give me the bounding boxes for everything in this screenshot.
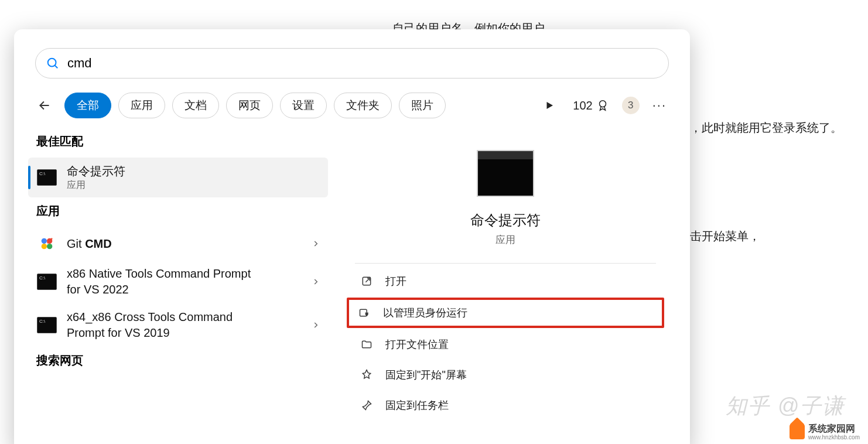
filter-row: 全部 应用 文档 网页 设置 文件夹 照片 102 3 ··· — [14, 89, 690, 128]
result-app-gitcmd[interactable]: Git CMD — [28, 227, 328, 260]
action-label: 固定到任务栏 — [385, 398, 449, 412]
result-subtitle: 应用 — [67, 179, 125, 192]
site-watermark: 系统家园网 www.hnzkhbsb.com — [790, 423, 860, 440]
filter-tab-documents[interactable]: 文档 — [172, 93, 219, 118]
svg-point-4 — [42, 238, 47, 244]
cmd-large-icon — [477, 150, 534, 197]
chevron-right-icon — [312, 240, 320, 248]
svg-point-7 — [47, 244, 52, 249]
windows-search-flyout: 全部 应用 文档 网页 设置 文件夹 照片 102 3 ··· 最佳匹配 命令提… — [14, 29, 690, 444]
svg-point-6 — [42, 244, 47, 249]
folder-icon — [360, 339, 374, 350]
action-pin-taskbar[interactable]: 固定到任务栏 — [349, 391, 662, 419]
filter-tab-apps[interactable]: 应用 — [118, 93, 165, 118]
git-icon — [36, 233, 57, 254]
pin-icon — [360, 369, 374, 381]
svg-point-5 — [47, 238, 52, 244]
result-best-match[interactable]: 命令提示符 应用 — [28, 158, 328, 197]
cmd-icon — [37, 274, 57, 290]
site-watermark-url: www.hnzkhbsb.com — [808, 434, 860, 440]
open-icon — [360, 275, 374, 287]
best-match-header: 最佳匹配 — [36, 134, 320, 149]
chevron-right-icon — [312, 278, 320, 286]
filter-tab-photos[interactable]: 照片 — [399, 93, 446, 118]
site-watermark-name: 系统家园网 — [808, 423, 855, 433]
action-label: 以管理员身份运行 — [383, 306, 467, 320]
filter-tab-web[interactable]: 网页 — [226, 93, 273, 118]
svg-point-2 — [599, 101, 606, 107]
apps-header: 应用 — [36, 203, 320, 219]
filter-tab-all[interactable]: 全部 — [64, 93, 111, 118]
action-pin-start[interactable]: 固定到"开始"屏幕 — [349, 361, 662, 389]
details-app-subtitle: 应用 — [495, 233, 515, 247]
filter-tab-settings[interactable]: 设置 — [280, 93, 327, 118]
pin-icon — [360, 399, 374, 411]
rewards-medal-icon — [596, 99, 609, 112]
cmd-icon — [37, 317, 57, 333]
action-open[interactable]: 打开 — [349, 267, 662, 295]
action-label: 打开 — [385, 274, 406, 288]
result-app-vs2022[interactable]: x86 Native Tools Command Prompt for VS 2… — [28, 260, 328, 303]
svg-line-1 — [55, 66, 58, 69]
search-input[interactable] — [67, 56, 658, 71]
house-icon — [790, 424, 805, 439]
back-button[interactable] — [32, 93, 57, 118]
action-label: 打开文件位置 — [385, 337, 449, 351]
search-bar[interactable] — [35, 48, 669, 78]
shield-admin-icon — [357, 307, 371, 319]
result-title: x86 Native Tools Command Prompt for VS 2… — [67, 266, 254, 298]
cmd-icon — [37, 169, 57, 186]
details-app-title: 命令提示符 — [470, 211, 541, 230]
more-icon[interactable]: ··· — [647, 98, 672, 113]
play-icon[interactable] — [539, 95, 560, 116]
web-header: 搜索网页 — [36, 353, 320, 368]
result-title: x64_x86 Cross Tools Command Prompt for V… — [67, 309, 254, 341]
rewards-points-value: 102 — [573, 99, 592, 112]
action-run-as-admin[interactable]: 以管理员身份运行 — [347, 298, 664, 328]
rewards-points[interactable]: 102 — [573, 99, 609, 112]
background-article-line2: ，此时就能用它登录系统了。 — [690, 117, 842, 138]
results-left-pane: 最佳匹配 命令提示符 应用 应用 Git CMD — [28, 128, 328, 444]
background-article-line3: 击开始菜单， — [690, 226, 760, 247]
notification-badge[interactable]: 3 — [622, 97, 640, 114]
result-title: Git CMD — [67, 237, 112, 251]
details-right-pane: 命令提示符 应用 打开 以管理员身份运行 打开文件位置 — [335, 128, 676, 444]
svg-point-0 — [48, 59, 56, 67]
search-icon — [46, 57, 59, 70]
result-title: 命令提示符 — [67, 163, 125, 179]
zhihu-watermark: 知乎 @子谦 — [726, 392, 845, 421]
divider — [355, 263, 656, 264]
result-app-vs2019[interactable]: x64_x86 Cross Tools Command Prompt for V… — [28, 303, 328, 347]
action-open-location[interactable]: 打开文件位置 — [349, 330, 662, 358]
action-label: 固定到"开始"屏幕 — [385, 368, 467, 382]
filter-tab-folders[interactable]: 文件夹 — [334, 93, 392, 118]
chevron-right-icon — [312, 321, 320, 329]
